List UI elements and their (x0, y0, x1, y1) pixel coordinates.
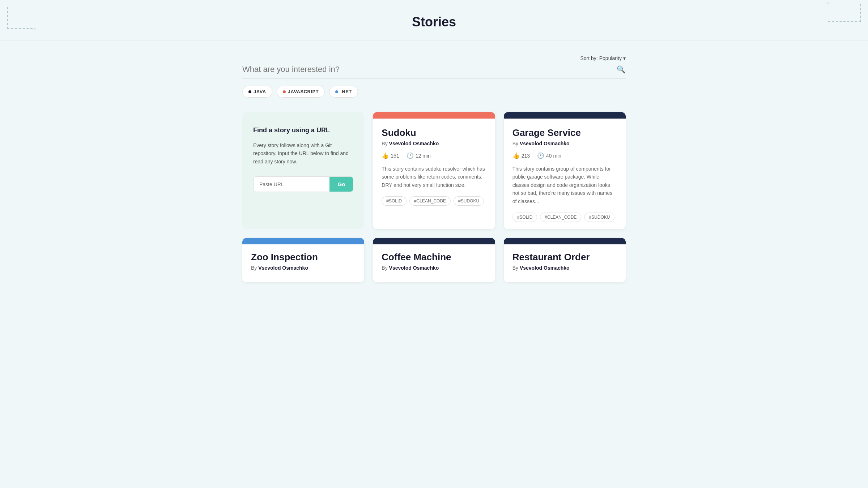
coffee-banner (373, 238, 495, 244)
zoo-title: Zoo Inspection (251, 252, 356, 263)
go-button[interactable]: Go (329, 177, 353, 192)
story-card-sudoku[interactable]: Sudoku By Vsevolod Osmachko 👍 151 🕐 12 m… (373, 112, 495, 229)
javascript-dot (283, 90, 286, 93)
garage-likes: 👍 213 (512, 152, 530, 159)
garage-description: This story contains group of components … (512, 165, 617, 205)
restaurant-banner (504, 238, 626, 244)
sudoku-meta: 👍 151 🕐 12 min (382, 152, 486, 159)
search-icon[interactable]: 🔍 (617, 65, 626, 74)
java-label: JAVA (254, 89, 266, 94)
garage-author: By Vsevolod Osmachko (512, 141, 617, 146)
sudoku-time-value: 12 min (416, 153, 431, 159)
garage-card-body: Garage Service By Vsevolod Osmachko 👍 21… (504, 119, 626, 229)
filter-chip-dotnet[interactable]: .NET (329, 86, 358, 98)
sudoku-description: This story contains sudoku resolver whic… (382, 165, 486, 189)
corner-decoration-tr (828, 4, 861, 22)
sudoku-tags: #SOLID #CLEAN_CODE #SUDOKU (382, 196, 486, 206)
zoo-banner (242, 238, 364, 244)
main-content: Sort by: Popularity ▾ 🔍 JAVA JAVASCRIPT … (235, 41, 633, 297)
search-sort-section: Sort by: Popularity ▾ 🔍 (242, 55, 626, 78)
coffee-author: By Vsevolod Osmachko (382, 265, 486, 271)
javascript-label: JAVASCRIPT (288, 89, 319, 94)
zoo-card-body: Zoo Inspection By Vsevolod Osmachko (242, 244, 364, 282)
sudoku-card-body: Sudoku By Vsevolod Osmachko 👍 151 🕐 12 m… (373, 119, 495, 213)
java-dot (248, 90, 251, 93)
url-input-row: Go (253, 176, 353, 192)
page-header: Stories (0, 0, 868, 41)
url-finder-card: Find a story using a URL Every story fol… (242, 112, 364, 229)
restaurant-title: Restaurant Order (512, 252, 617, 263)
story-card-garage-service[interactable]: Garage Service By Vsevolod Osmachko 👍 21… (504, 112, 626, 229)
filter-chip-javascript[interactable]: JAVASCRIPT (277, 86, 325, 98)
restaurant-author: By Vsevolod Osmachko (512, 265, 617, 271)
garage-tag-solid[interactable]: #SOLID (512, 213, 537, 222)
like-icon: 👍 (382, 152, 389, 159)
garage-tags: #SOLID #CLEAN_CODE #SUDOKU (512, 213, 617, 222)
zoo-author: By Vsevolod Osmachko (251, 265, 356, 271)
garage-likes-count: 213 (522, 153, 530, 159)
cards-grid: Find a story using a URL Every story fol… (242, 112, 626, 229)
garage-time-value: 40 min (546, 153, 561, 159)
tag-clean-code[interactable]: #CLEAN_CODE (409, 196, 451, 206)
page-title: Stories (0, 14, 868, 30)
sort-dropdown[interactable]: Sort by: Popularity ▾ (580, 55, 626, 61)
sort-value: Popularity (599, 55, 622, 61)
search-input[interactable] (242, 65, 617, 74)
sudoku-read-time: 🕐 12 min (407, 152, 431, 159)
dotnet-dot (335, 90, 338, 93)
sudoku-title: Sudoku (382, 127, 486, 138)
like-icon-2: 👍 (512, 152, 520, 159)
url-card-description: Every story follows along with a Git rep… (253, 141, 353, 166)
story-card-restaurant-order[interactable]: Restaurant Order By Vsevolod Osmachko (504, 238, 626, 282)
dotnet-label: .NET (340, 89, 352, 94)
clock-icon-2: 🕐 (537, 152, 544, 159)
story-card-zoo-inspection[interactable]: Zoo Inspection By Vsevolod Osmachko (242, 238, 364, 282)
garage-tag-sudoku[interactable]: #SUDOKU (584, 213, 614, 222)
garage-banner (504, 112, 626, 119)
story-card-coffee-machine[interactable]: Coffee Machine By Vsevolod Osmachko (373, 238, 495, 282)
restaurant-card-body: Restaurant Order By Vsevolod Osmachko (504, 244, 626, 282)
sudoku-banner (373, 112, 495, 119)
search-bar: 🔍 (242, 65, 626, 78)
garage-title: Garage Service (512, 127, 617, 138)
sort-bar: Sort by: Popularity ▾ (242, 55, 626, 61)
sudoku-author: By Vsevolod Osmachko (382, 141, 486, 146)
sort-label: Sort by: (580, 55, 597, 61)
filter-chip-java[interactable]: JAVA (242, 86, 272, 98)
url-input[interactable] (254, 177, 329, 192)
second-row-cards: Zoo Inspection By Vsevolod Osmachko Coff… (242, 238, 626, 282)
tag-sudoku[interactable]: #SUDOKU (454, 196, 484, 206)
filter-chips: JAVA JAVASCRIPT .NET (242, 86, 626, 98)
coffee-card-body: Coffee Machine By Vsevolod Osmachko (373, 244, 495, 282)
sudoku-likes-count: 151 (391, 153, 399, 159)
garage-read-time: 🕐 40 min (537, 152, 561, 159)
url-card-title: Find a story using a URL (253, 127, 353, 134)
tag-solid[interactable]: #SOLID (382, 196, 407, 206)
clock-icon: 🕐 (407, 152, 414, 159)
coffee-title: Coffee Machine (382, 252, 486, 263)
garage-meta: 👍 213 🕐 40 min (512, 152, 617, 159)
corner-decoration-tl (7, 7, 33, 29)
sudoku-likes: 👍 151 (382, 152, 399, 159)
chevron-down-icon: ▾ (623, 55, 626, 61)
garage-tag-clean-code[interactable]: #CLEAN_CODE (540, 213, 581, 222)
